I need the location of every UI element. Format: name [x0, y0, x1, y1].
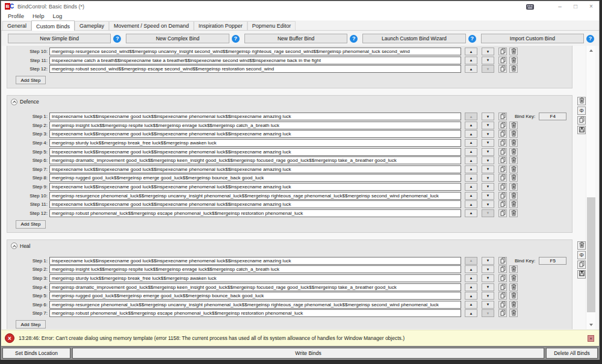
step-input[interactable] [49, 65, 461, 73]
help-icon[interactable]: ? [113, 35, 121, 43]
move-step-up-button[interactable]: ▲ [465, 65, 477, 73]
save-section-button[interactable] [577, 270, 586, 279]
step-input[interactable] [49, 113, 461, 120]
move-step-up-button[interactable]: ▲ [465, 265, 477, 273]
help-icon[interactable]: ? [586, 35, 594, 43]
copy-step-button[interactable] [498, 122, 507, 129]
copy-step-button[interactable] [498, 183, 507, 191]
step-input[interactable] [49, 183, 461, 191]
move-step-down-button[interactable]: ▼ [482, 122, 494, 129]
new-complex-bind-button[interactable]: New Complex Bind [126, 34, 229, 43]
move-step-up-button[interactable]: ▲ [465, 283, 477, 291]
move-step-down-button[interactable]: ▼ [482, 48, 494, 55]
move-step-down-button[interactable]: ▼ [482, 283, 494, 291]
close-button[interactable]: × [583, 2, 599, 11]
delete-step-button[interactable] [509, 148, 518, 156]
delete-step-button[interactable] [509, 292, 518, 300]
step-input[interactable] [49, 274, 461, 282]
help-icon[interactable]: ? [468, 35, 476, 43]
step-input[interactable] [49, 165, 461, 173]
delete-all-binds-button[interactable]: Delete All Binds [546, 348, 598, 359]
delete-step-button[interactable] [509, 156, 518, 164]
move-step-down-button[interactable]: ▼ [482, 292, 494, 300]
move-step-up-button[interactable]: ▲ [465, 274, 477, 282]
copy-step-button[interactable] [498, 200, 507, 208]
delete-step-button[interactable] [509, 165, 518, 173]
move-step-up-button[interactable]: ▲ [465, 57, 477, 64]
launch-custom-bind-wizard-button[interactable]: Launch Custom Bind Wizard [362, 34, 465, 43]
collapse-section-button[interactable] [11, 99, 17, 105]
copy-step-button[interactable] [498, 139, 507, 147]
move-step-down-button[interactable]: ▼ [482, 200, 494, 208]
copy-step-button[interactable] [498, 309, 507, 317]
save-section-button[interactable] [577, 126, 586, 134]
copy-step-button[interactable] [498, 57, 507, 64]
move-step-down-button[interactable]: ▼ [482, 57, 494, 64]
delete-step-button[interactable] [509, 192, 518, 200]
copy-step-button[interactable] [498, 148, 507, 156]
delete-step-button[interactable] [509, 183, 518, 191]
delete-step-button[interactable] [509, 265, 518, 273]
step-input[interactable] [49, 192, 461, 200]
set-binds-location-button[interactable]: Set Binds Location [2, 348, 70, 359]
move-step-down-button[interactable]: ▼ [482, 301, 494, 309]
move-step-up-button[interactable]: ▲ [465, 139, 477, 147]
add-step-button[interactable]: Add Step [16, 76, 46, 84]
delete-step-button[interactable] [509, 274, 518, 282]
move-step-up-button[interactable]: ▲ [465, 209, 477, 217]
move-step-up-button[interactable]: ▲ [465, 148, 477, 156]
step-input[interactable] [49, 265, 461, 273]
write-binds-button[interactable]: Write Binds [72, 348, 544, 359]
add-step-button[interactable]: Add Step [16, 320, 46, 329]
minimize-button[interactable]: – [552, 2, 568, 11]
move-step-up-button[interactable]: ▲ [465, 301, 477, 309]
copy-step-button[interactable] [498, 65, 507, 73]
move-step-up-button[interactable]: ▲ [465, 122, 477, 129]
move-step-down-button[interactable]: ▼ [482, 165, 494, 173]
delete-step-button[interactable] [509, 309, 518, 317]
move-step-up-button[interactable]: ▲ [465, 192, 477, 200]
step-input[interactable] [49, 57, 461, 64]
menu-log[interactable]: Log [48, 13, 66, 19]
step-input[interactable] [49, 257, 461, 265]
scrollbar-thumb[interactable] [587, 197, 595, 312]
new-simple-bind-button[interactable]: New Simple Bind [8, 34, 111, 43]
move-step-up-button[interactable]: ▲ [465, 200, 477, 208]
copy-step-button[interactable] [498, 301, 507, 309]
step-input[interactable] [49, 292, 461, 300]
add-step-button[interactable]: Add Step [16, 220, 46, 229]
move-step-down-button[interactable]: ▼ [482, 113, 494, 120]
move-step-down-button[interactable]: ▼ [482, 148, 494, 156]
delete-step-button[interactable] [509, 122, 518, 129]
move-step-up-button[interactable]: ▲ [465, 48, 477, 55]
copy-step-button[interactable] [498, 283, 507, 291]
copy-section-button[interactable] [577, 116, 586, 125]
scroll-down-icon[interactable] [586, 320, 596, 329]
tab-custom-binds[interactable]: Custom Binds [31, 20, 75, 31]
step-input[interactable] [49, 209, 461, 217]
copy-section-button[interactable] [577, 261, 586, 269]
step-input[interactable] [49, 122, 461, 129]
tab-popmenu-editor[interactable]: Popmenu Editor [247, 21, 296, 30]
step-input[interactable] [49, 156, 461, 164]
move-step-up-button[interactable]: ▲ [465, 292, 477, 300]
copy-step-button[interactable] [498, 209, 507, 217]
move-step-up-button[interactable]: ▲ [465, 183, 477, 191]
trash-section-button[interactable] [577, 241, 586, 250]
copy-step-button[interactable] [498, 274, 507, 282]
step-input[interactable] [49, 301, 461, 309]
bind-key-field[interactable] [539, 113, 566, 120]
copy-step-button[interactable] [498, 156, 507, 164]
copy-step-button[interactable] [498, 257, 507, 265]
move-step-down-button[interactable]: ▼ [482, 130, 494, 138]
step-input[interactable] [49, 200, 461, 208]
move-step-down-button[interactable]: ▼ [482, 257, 494, 265]
copy-step-button[interactable] [498, 113, 507, 120]
move-step-down-button[interactable]: ▼ [482, 265, 494, 273]
tab-inspiration-popper[interactable]: Inspiration Popper [194, 21, 247, 30]
move-step-down-button[interactable]: ▼ [482, 174, 494, 182]
step-input[interactable] [49, 309, 461, 317]
help-icon[interactable]: ? [232, 35, 240, 43]
error-close-icon[interactable]: × [588, 335, 594, 342]
collapse-section-button[interactable] [11, 242, 17, 249]
